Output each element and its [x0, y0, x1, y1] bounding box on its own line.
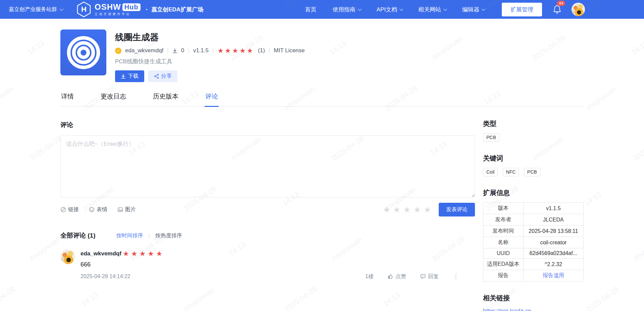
separator: |: [188, 47, 189, 54]
type-section: 类型 PCB: [483, 119, 584, 142]
watermark-text: zouyuxuan: [584, 84, 619, 112]
insert-image-tool[interactable]: 图片: [117, 206, 136, 213]
thumbs-up-icon: [388, 274, 393, 279]
insert-emoji-tool[interactable]: 表情: [89, 206, 107, 213]
extension-info-table: 版本v1.1.5 发布者JLCEDA 发布时间2025-04-28 13:58:…: [483, 202, 584, 282]
comments-panel: 评论 链接 表情: [60, 107, 475, 280]
download-count: 0: [181, 47, 184, 54]
nav-item-home[interactable]: 首页: [305, 6, 317, 13]
info-value: ^2.2.32: [523, 259, 583, 270]
tab-comments[interactable]: 评论: [205, 92, 219, 107]
download-icon: [121, 74, 126, 79]
share-button-label: 分享: [161, 73, 172, 80]
notification-badge: 44: [557, 1, 565, 6]
commenter-name[interactable]: eda_wkvemdqf: [80, 250, 121, 257]
reply-label: 回复: [428, 273, 439, 280]
version-label: v1.1.5: [193, 47, 209, 54]
tab-details[interactable]: 详情: [60, 92, 74, 107]
table-row: 发布时间2025-04-28 13:58:11: [483, 226, 584, 237]
nav-item-related-sites[interactable]: 相关网站: [418, 6, 446, 13]
watermark-text: zouyuxuan: [28, 235, 62, 263]
rating-stars: ★★★★★: [217, 47, 254, 54]
comments-heading: 评论: [60, 121, 475, 129]
tab-history[interactable]: 历史版本: [152, 92, 179, 107]
reply-button[interactable]: 回复: [420, 273, 439, 280]
keyword-tag: Coil: [483, 168, 498, 176]
verified-badge-icon: ✓: [115, 48, 121, 54]
comment-rating-stars: ★★★★★: [123, 250, 164, 257]
separator: |: [167, 47, 168, 54]
watermark-text: 14:13: [583, 190, 603, 208]
sort-by-heat-link[interactable]: 按热度排序: [155, 232, 182, 239]
info-label: 适用EDA版本: [483, 259, 524, 270]
site-group-menu[interactable]: 嘉立创产业服务站群: [9, 6, 62, 13]
rating-input-stars[interactable]: ★★★★★: [383, 206, 434, 214]
extension-title: 线圈生成器: [115, 32, 305, 43]
info-label: 发布者: [483, 214, 524, 226]
nav-item-label: 相关网站: [418, 6, 441, 13]
related-link[interactable]: https://pro.lceda.cn: [483, 308, 584, 311]
top-navbar: 嘉立创产业服务站群 H OSHW Hub 立创开源硬件平台 · 嘉立创EDA扩展…: [0, 0, 644, 19]
coil-icon: [64, 33, 103, 72]
nav-item-label: 首页: [305, 6, 317, 13]
notification-bell[interactable]: 44: [553, 5, 561, 14]
submit-comment-button[interactable]: 发表评论: [439, 203, 475, 216]
comment-text: 666: [80, 261, 475, 268]
info-label: 发布时间: [483, 226, 524, 237]
extension-meta: ✓ eda_wkvemdqf | 0 | v1.1.5 | ★★★★★ (1) …: [115, 47, 305, 54]
related-links-heading: 相关链接: [483, 294, 584, 303]
share-button[interactable]: 分享: [148, 70, 177, 82]
keywords-section: 关键词 Coil NFC PCB: [483, 154, 584, 176]
site-title: 嘉立创EDA扩展广场: [151, 6, 203, 13]
info-label: 版本: [483, 203, 524, 214]
info-label: 报告: [483, 270, 524, 282]
nav-item-label: API文档: [377, 6, 397, 13]
chevron-down-icon: [443, 7, 447, 11]
logo-oshw-text: OSHW: [95, 3, 121, 11]
watermark-text: 2025-04-28: [28, 134, 64, 163]
download-button[interactable]: 下载: [115, 70, 144, 82]
info-label: 名称: [483, 237, 524, 248]
extension-icon: [60, 29, 106, 75]
extension-info-section: 扩展信息 版本v1.1.5 发布者JLCEDA 发布时间2025-04-28 1…: [483, 188, 584, 282]
type-tag: PCB: [483, 133, 499, 142]
table-row: 发布者JLCEDA: [483, 214, 584, 226]
action-buttons: 下载 分享: [115, 70, 305, 82]
watermark-text: 2025-04-28: [0, 285, 17, 311]
table-row: UUID62d4569a023d4af...: [483, 248, 584, 259]
keywords-heading: 关键词: [483, 154, 584, 163]
oshwhub-logo[interactable]: H OSHW Hub 立创开源硬件平台: [76, 1, 141, 17]
chevron-down-icon: [60, 7, 63, 11]
keyword-tag: NFC: [503, 168, 519, 176]
tab-changelog[interactable]: 更改日志: [100, 92, 127, 107]
separator: |: [269, 47, 270, 54]
comment-input[interactable]: [60, 135, 475, 197]
like-button[interactable]: 点赞: [388, 273, 406, 280]
watermark-text: 2025-04-28: [632, 134, 644, 163]
extension-manage-button[interactable]: 扩展管理: [502, 3, 542, 16]
insert-link-tool[interactable]: 链接: [60, 206, 79, 213]
report-abuse-link[interactable]: 报告滥用: [543, 272, 564, 278]
nav-item-editor[interactable]: 编辑器: [462, 6, 484, 13]
info-sidebar: 类型 PCB 关键词 Coil NFC PCB 扩展信息 版本v1.1.5 发布…: [483, 107, 584, 311]
comment-floor: 1楼: [365, 273, 374, 280]
logo-texts: OSHW Hub 立创开源硬件平台: [95, 3, 141, 16]
nav-item-api-docs[interactable]: API文档: [377, 6, 402, 13]
title-dot-separator: ·: [146, 6, 148, 13]
separator: |: [212, 47, 214, 54]
watermark-text: 14:13: [630, 39, 644, 57]
commenter-avatar[interactable]: [60, 249, 75, 264]
tab-bar: 详情 更改日志 历史版本 评论: [60, 92, 584, 107]
author-name[interactable]: eda_wkvemdqf: [125, 47, 163, 54]
like-label: 点赞: [395, 273, 406, 280]
more-actions-icon[interactable]: ⋮: [453, 273, 459, 280]
info-value-uuid: 62d4569a023d4af...: [523, 248, 583, 259]
comment-item: eda_wkvemdqf ★★★★★ 666 2025-04-28 14:14:…: [60, 249, 475, 280]
sort-by-time-link[interactable]: 按时间排序: [116, 232, 143, 239]
watermark-text: 14:13: [26, 39, 46, 57]
nav-item-guide[interactable]: 使用指南: [333, 6, 361, 13]
logo-hexagon-icon: H: [76, 1, 91, 17]
nav-item-label: 编辑器: [462, 6, 479, 13]
user-avatar[interactable]: [572, 3, 585, 16]
chevron-down-icon: [482, 7, 485, 11]
